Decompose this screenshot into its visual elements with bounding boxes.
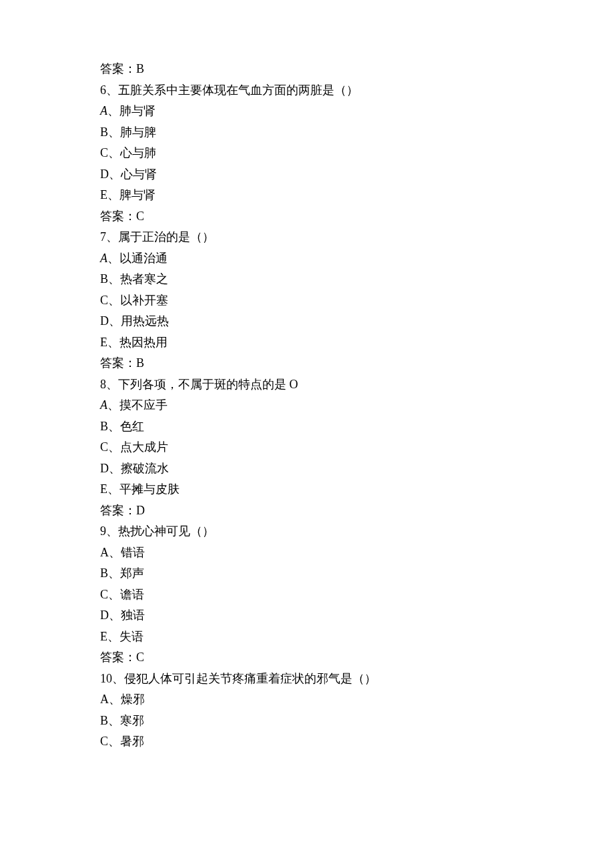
option-letter-a: A	[100, 104, 107, 117]
text-line-ans9: 答案：C	[100, 647, 514, 669]
text-line-q6_stem: 6、五脏关系中主要体现在气血方面的两脏是（）	[100, 80, 514, 101]
text-line-q9_c: C、谵语	[100, 584, 514, 606]
option-text: 、肺与肾	[107, 104, 156, 117]
text-line-q8_b: B、色红	[100, 416, 514, 438]
text-line-q7_e: E、热因热用	[100, 332, 514, 354]
text-line-q10_c: C、暑邪	[100, 731, 514, 753]
text-line-ans6: 答案：C	[100, 206, 514, 228]
option-letter-a: A	[100, 252, 107, 265]
text-line-q9_stem: 9、热扰心神可见（）	[100, 521, 514, 542]
text-line-q7_a: A、以通治通	[100, 248, 514, 270]
text-line-q8_c: C、点大成片	[100, 437, 514, 458]
text-line-q7_d: D、用热远热	[100, 311, 514, 332]
text-line-q6_e: E、脾与肾	[100, 185, 514, 206]
text-line-q8_a: A、摸不应手	[100, 395, 514, 416]
text-line-q8_e: E、平摊与皮肤	[100, 479, 514, 500]
text-line-q6_d: D、心与肾	[100, 164, 514, 185]
text-line-ans5: 答案：B	[100, 59, 514, 80]
text-line-q9_e: E、失语	[100, 626, 514, 648]
text-line-q9_a: A、错语	[100, 542, 514, 564]
text-line-q7_c: C、以补开塞	[100, 290, 514, 312]
text-line-q6_b: B、肺与脾	[100, 122, 514, 143]
option-text: 、摸不应手	[107, 398, 168, 412]
option-letter-a: A	[100, 398, 107, 412]
text-line-q8_stem: 8、下列各项，不属于斑的特点的是 O	[100, 374, 514, 396]
text-line-q10_a: A、燥邪	[100, 689, 514, 711]
text-line-ans8: 答案：D	[100, 500, 514, 522]
text-line-q10_stem: 10、侵犯人体可引起关节疼痛重着症状的邪气是（）	[100, 669, 514, 690]
text-line-q8_d: D、擦破流水	[100, 458, 514, 480]
text-line-ans7: 答案：B	[100, 353, 514, 374]
text-line-q6_c: C、心与肺	[100, 143, 514, 164]
text-line-q6_a: A、肺与肾	[100, 101, 514, 122]
text-line-q10_b: B、寒邪	[100, 711, 514, 732]
document-page: 答案：B6、五脏关系中主要体现在气血方面的两脏是（）A、肺与肾B、肺与脾C、心与…	[0, 0, 614, 868]
text-line-q7_b: B、热者寒之	[100, 269, 514, 290]
text-line-q9_b: B、郑声	[100, 563, 514, 584]
document-content: 答案：B6、五脏关系中主要体现在气血方面的两脏是（）A、肺与肾B、肺与脾C、心与…	[100, 59, 514, 753]
option-text: 、以通治通	[107, 252, 168, 265]
text-line-q9_d: D、独语	[100, 605, 514, 626]
text-line-q7_stem: 7、属于正治的是（）	[100, 227, 514, 248]
